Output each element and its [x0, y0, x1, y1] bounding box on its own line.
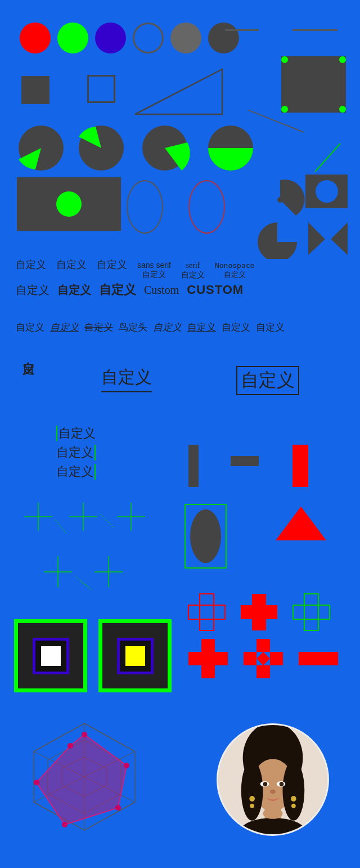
pacman-shapes — [252, 172, 356, 259]
arc-circle-2 — [76, 123, 127, 173]
svg-point-47 — [115, 805, 121, 811]
svg-rect-25 — [200, 594, 214, 630]
green-circle-inner — [56, 191, 82, 217]
text-r2-2: 自定义 — [57, 283, 91, 298]
cross-outline-green — [290, 591, 332, 633]
circle-outline — [133, 23, 164, 53]
text-row-2: 自定义 自定义 自定义 Custom CUSTOM — [16, 281, 244, 298]
svg-point-67 — [263, 808, 283, 818]
svg-line-24 — [80, 581, 92, 590]
cursor-text-line1: 自定义 — [58, 425, 96, 442]
box-yellow-center — [125, 646, 145, 666]
ellipse-outline-1 — [127, 180, 163, 234]
triangle-outline — [135, 66, 231, 117]
text-r3-8: 自定义 — [256, 321, 285, 334]
cursor-text-line3: 自定义 — [56, 463, 93, 480]
radar-chart — [20, 715, 149, 844]
text-r3-2: 自定义 — [50, 321, 79, 334]
text-mono-sub: 自定义 — [224, 270, 246, 280]
rect-filled-small — [21, 76, 50, 104]
diag-line-green — [312, 141, 346, 175]
text-sansserif-label: sans serif — [137, 261, 171, 270]
text-r3-5: 自定义 — [153, 321, 182, 334]
bar-dark-vertical — [188, 445, 199, 487]
cross-outline-red-2 — [241, 636, 286, 681]
text-serif-label: serif — [186, 261, 200, 270]
cross-icons-row-2 — [186, 636, 341, 681]
svg-point-9 — [316, 180, 338, 203]
svg-point-49 — [34, 780, 39, 785]
cursor-text-area: 自定义 自定义 自定义 — [56, 425, 96, 480]
svg-marker-0 — [135, 69, 222, 114]
text-serif-sub: 自定义 — [181, 270, 205, 280]
text-r2-custom-bold: CUSTOM — [187, 283, 244, 297]
green-dot-tl — [281, 56, 288, 63]
svg-point-46 — [124, 763, 129, 768]
box-blue-inner — [33, 638, 69, 674]
svg-rect-37 — [299, 652, 338, 665]
circle-blue — [95, 23, 126, 53]
svg-point-55 — [282, 760, 304, 821]
text-ziding2: 自定义 — [56, 258, 87, 271]
text-r3-7: 自定义 — [222, 321, 250, 334]
box-green-yellow — [98, 619, 172, 692]
svg-point-62 — [270, 789, 276, 794]
text-mono-label: Nonospace — [215, 261, 254, 270]
svg-point-60 — [263, 782, 268, 786]
text-r2-1: 自定义 — [16, 283, 50, 298]
text-r2-custom-en: Custom — [144, 284, 179, 297]
large-text-center: 自定义 — [101, 366, 152, 392]
svg-point-65 — [291, 796, 296, 802]
svg-point-54 — [241, 760, 263, 821]
svg-rect-28 — [241, 605, 277, 619]
box-white-center — [41, 646, 61, 666]
svg-rect-29 — [304, 594, 318, 630]
text-row-1: 自定义 自定义 自定义 sans serif 自定义 serif 自定义 Non… — [16, 258, 254, 280]
svg-point-63 — [249, 796, 255, 802]
cursor-text-line2: 自定义 — [56, 444, 93, 461]
green-dot-br — [339, 106, 346, 113]
svg-rect-26 — [188, 605, 225, 619]
oval-container — [184, 504, 227, 569]
text-r3-4: 鸟定头 — [119, 321, 147, 334]
svg-line-2 — [315, 144, 340, 172]
circles-row — [20, 23, 239, 53]
svg-point-7 — [277, 197, 283, 203]
svg-point-61 — [280, 782, 284, 786]
circle-red — [20, 23, 51, 53]
text-r3-3: 自定义 — [84, 321, 113, 334]
svg-line-1 — [248, 110, 304, 132]
svg-point-64 — [250, 804, 254, 808]
svg-point-48 — [62, 822, 68, 827]
cross-outline-red-1 — [186, 591, 228, 633]
cross-icons-row-1 — [186, 591, 332, 633]
rect-outline-small — [87, 75, 115, 103]
oval-dark — [190, 509, 221, 563]
green-dot-tr — [339, 56, 346, 63]
line-short — [225, 29, 259, 31]
dark-rect-with-circle — [17, 177, 121, 231]
box-green-white — [14, 619, 87, 692]
arc-circle-4 — [205, 123, 256, 173]
text-row-3: 自定义 自定义 自定义 鸟定头 自定义 自定义 自定义 自定义 — [16, 321, 285, 334]
svg-point-45 — [82, 732, 87, 737]
svg-line-23 — [75, 576, 89, 587]
circle-gray1 — [170, 23, 201, 53]
svg-rect-32 — [188, 652, 228, 665]
crosshair-area — [10, 494, 179, 598]
cross-large-red-1 — [186, 636, 231, 681]
cross-filled-red — [238, 591, 280, 633]
box-blue-yellow-inner — [117, 638, 154, 674]
circle-green — [57, 23, 88, 53]
arc-circle-1 — [16, 123, 66, 173]
large-text-right-bordered: 自定义 — [236, 366, 299, 395]
text-r2-3: 自定义 — [99, 281, 136, 298]
bar-red-vertical — [292, 445, 308, 487]
large-dark-square — [281, 56, 346, 113]
red-triangle — [276, 507, 326, 540]
portrait-circle — [217, 723, 329, 836]
text-r3-1: 自定义 — [16, 321, 44, 334]
line-long — [292, 29, 338, 31]
text-ziding1: 自定义 — [16, 258, 46, 271]
svg-line-17 — [55, 520, 66, 534]
